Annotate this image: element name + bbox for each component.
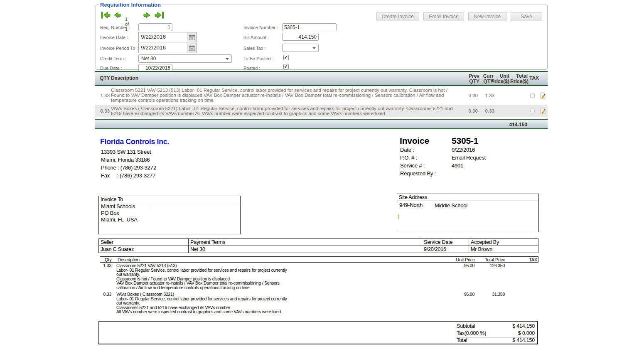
site-address-title: Site Address — [397, 194, 538, 201]
due-date-label: Due Date : — [100, 66, 122, 71]
item-description: VAVs Boxes ( Classroom 5221) Labor- 01 R… — [116, 292, 316, 315]
site-code: 949-North — [397, 201, 538, 208]
invoice-number-input[interactable] — [282, 23, 337, 31]
panel-title: Requisition Information — [98, 2, 162, 8]
items-header-description: Description — [118, 257, 140, 262]
service-number-value: 4901 — [452, 162, 463, 169]
list-item: 0.33 95.00 31.350 VAVs Boxes ( Classroom… — [100, 292, 538, 316]
edit-row-icon[interactable] — [539, 107, 546, 114]
accepted-by-header: Accepted By — [469, 239, 538, 246]
invoice-to-line1: Miami Schools . — [99, 203, 240, 210]
posted-checkbox[interactable]: ✓ — [283, 64, 289, 69]
site-name: Middle School — [435, 202, 467, 209]
credit-term-label: Credit Term : — [100, 56, 126, 61]
row-tax-checkbox[interactable] — [530, 108, 535, 113]
req-number-input[interactable] — [138, 23, 172, 31]
posted-label: Posted : — [243, 66, 260, 71]
calendar-icon[interactable] — [187, 43, 197, 53]
tax-label: Tax(0.000 %) — [457, 330, 486, 336]
items-header-tax: TAX — [496, 257, 537, 262]
items-header-qty: Qty — [105, 257, 112, 262]
new-invoice-button[interactable]: New Invoice — [468, 12, 506, 21]
grid-total-value: 414.150 — [509, 122, 527, 128]
requisition-invoice-screen: Requisition Information 1 of 1 Create In… — [0, 0, 644, 349]
site-address-box: Site Address 949-North Middle School | — [397, 194, 539, 232]
sales-tax-label: Sales Tax : — [243, 46, 266, 51]
payment-terms-value: Net 30 — [189, 246, 422, 253]
total-label: Total — [457, 337, 467, 343]
previous-record-icon[interactable] — [113, 11, 123, 20]
subtotal-row: Subtotal $ 414.150 — [457, 323, 536, 331]
grid-header-qty: QTY — [100, 76, 110, 81]
invoice-period-to-label: Invoice Period To : — [100, 46, 138, 51]
bill-amount-input[interactable] — [282, 33, 319, 41]
item-total-price: 126.350 — [463, 264, 505, 268]
company-fax: Fax : (786) 293-3277 — [101, 172, 155, 179]
table-row[interactable]: 1.33 Classroom 5221 VAV-5213 (513) Labor… — [95, 86, 548, 105]
subtotal-label: Subtotal — [457, 323, 475, 329]
subtotal-value: $ 414.150 — [512, 323, 535, 329]
row-curr-qty: 1.33 — [479, 93, 494, 98]
invoice-date-doc-label: Date : — [400, 147, 414, 153]
grid-header-row: QTY Description Prev QTY Curr QTY Unit P… — [95, 71, 548, 86]
stray-mark: . — [135, 204, 150, 209]
invoice-to-box: Invoice To Miami Schools . PO Box Miami,… — [98, 196, 241, 234]
credit-term-select[interactable]: Net 30 — [138, 54, 232, 63]
seller-value: Juan C Suarez — [99, 246, 189, 253]
total-row: Total $ 414.150 — [457, 337, 536, 344]
row-prev-qty: 0.00 — [463, 93, 478, 98]
last-record-icon[interactable] — [154, 11, 164, 20]
requisition-information-panel: Requisition Information 1 of 1 Create In… — [96, 2, 548, 70]
item-qty: 0.33 — [100, 292, 111, 297]
requisition-items-grid: QTY Description Prev QTY Curr QTY Unit P… — [95, 71, 548, 129]
invoice-date-input[interactable]: 9/22/2016 — [138, 32, 197, 42]
requested-by-label: Requested By : — [400, 170, 436, 177]
payment-terms-header: Payment Terms — [189, 239, 422, 246]
row-tax-checkbox[interactable] — [530, 93, 535, 98]
next-record-icon[interactable] — [143, 11, 152, 20]
table-row[interactable]: 0.33 VAVs Boxes ( Classroom 5221) Labor-… — [95, 105, 548, 117]
invoice-period-to-input[interactable]: 9/22/2016 — [138, 43, 197, 53]
row-curr-qty: 0.33 — [479, 108, 494, 113]
item-total-price: 31.350 — [463, 292, 505, 297]
edit-row-icon[interactable] — [539, 92, 546, 99]
first-record-icon[interactable] — [101, 11, 111, 20]
row-description: Classroom 5221 VAV-5213 (513) Labor- 01 … — [111, 88, 461, 103]
tax-value: $ 0.000 — [518, 330, 535, 336]
po-number-value: Email Request — [452, 155, 486, 161]
service-date-header: Service Date — [422, 239, 469, 246]
items-table-header: Qty Description Unit Price Total Price T… — [100, 256, 538, 263]
po-number-label: P.O. # : — [400, 155, 417, 161]
invoice-title: Invoice — [400, 136, 429, 146]
company-phone: Phone : (786) 293-3272 — [101, 165, 156, 171]
seller-header: Seller — [99, 239, 189, 246]
to-be-posted-checkbox[interactable]: ✓ — [283, 55, 289, 60]
list-item: 1.33 95.00 126.350 Classroom 5221 VAV-52… — [100, 264, 538, 291]
company-address-line2: Miami, Florida 33186 — [101, 157, 150, 163]
accepted-by-value: Mr Brown — [469, 246, 538, 253]
service-number-label: Service # : — [400, 162, 425, 169]
row-qty: 1.33 — [97, 93, 110, 98]
grid-header-total-price: Total Price($) — [510, 74, 528, 84]
to-be-posted-label: To Be Posted : — [243, 56, 273, 61]
email-invoice-button[interactable]: Email Invoice — [423, 12, 464, 21]
grid-header-tax: TAX — [529, 76, 539, 81]
row-description: VAVs Boxes ( Classroom 5221) Labor- 01 R… — [111, 106, 461, 116]
item-description: Classroom 5221 VAV-5213 (513) Labor- 01 … — [116, 264, 316, 290]
save-button[interactable]: Save — [511, 12, 542, 21]
invoice-to-line2: PO Box — [99, 210, 240, 216]
sales-tax-select[interactable] — [282, 44, 319, 52]
invoice-to-line3: Miami, FL USA — [99, 216, 240, 223]
action-button-bar: Create Invoice Email Invoice New Invoice… — [374, 12, 542, 21]
invoice-date-label: Invoice Date : — [100, 35, 128, 40]
invoice-number-label: Invoice Number : — [243, 25, 278, 30]
bill-amount-label: Bill Amount : — [243, 35, 269, 40]
company-name: Florida Controls Inc. — [100, 138, 169, 146]
text-cursor: | — [398, 213, 399, 219]
calendar-icon[interactable] — [187, 32, 197, 42]
invoice-to-title: Invoice To — [99, 196, 240, 203]
create-invoice-button[interactable]: Create Invoice — [376, 12, 419, 21]
invoice-totals-box: Subtotal $ 414.150 Tax(0.000 %) $ 0.000 … — [98, 321, 538, 344]
invoice-number-value: 5305-1 — [452, 136, 478, 146]
service-date-value: 9/20/2016 — [422, 246, 469, 253]
